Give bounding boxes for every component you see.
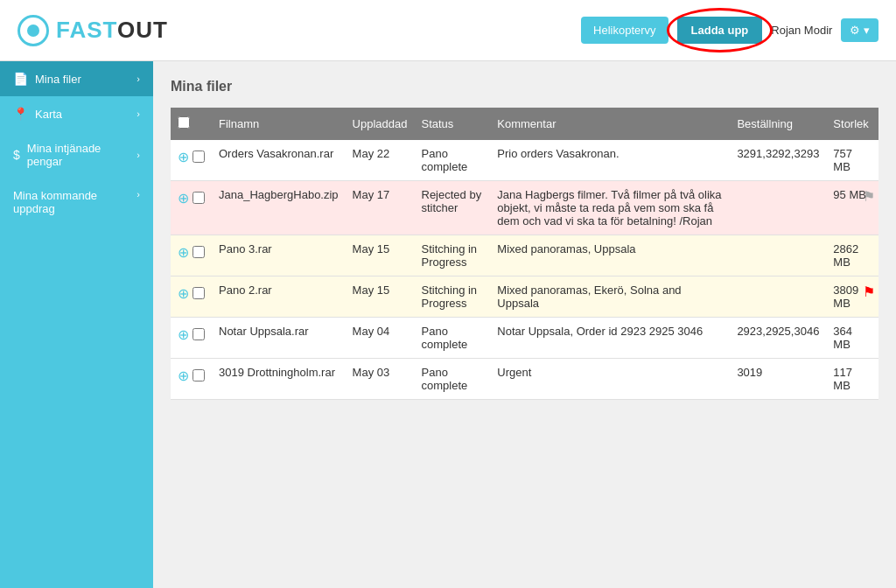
row-size: 95 MB⚑: [826, 181, 878, 235]
logo-fast: FAST: [56, 17, 117, 43]
add-row-button[interactable]: ⊕: [178, 328, 189, 342]
row-order: 3019: [730, 359, 826, 400]
add-row-button[interactable]: ⊕: [178, 192, 189, 206]
sidebar-label-mina-kommande: Mina kommande uppdrag: [13, 189, 136, 215]
table-row: ⊕ Pano 2.rarMay 15Stitching in ProgressM…: [171, 276, 878, 318]
page-title: Mina filer: [171, 79, 878, 94]
sidebar-item-karta[interactable]: 📍 Karta ›: [0, 96, 153, 131]
flag-red-icon: ⚑: [863, 284, 875, 300]
row-status: Stitching in Progress: [415, 235, 491, 276]
add-row-button[interactable]: ⊕: [178, 246, 189, 260]
size-value: 757 MB: [833, 147, 852, 173]
col-check: [171, 108, 212, 140]
logo-inner-circle: [27, 24, 39, 37]
row-check-cell: ⊕: [171, 235, 212, 276]
row-filename: Pano 2.rar: [212, 276, 346, 318]
row-order: [730, 276, 826, 318]
row-checkbox[interactable]: [192, 369, 205, 382]
ladda-button-wrap: Ladda upp: [677, 17, 763, 44]
arrow-icon-karta: ›: [136, 108, 140, 119]
size-value: 95 MB: [833, 188, 866, 201]
logo-icon: [18, 15, 49, 46]
row-checkbox[interactable]: [192, 192, 205, 204]
col-size: Storlek: [826, 108, 878, 140]
sidebar-label-mina-intjanade: Mina intjänade pengar: [27, 142, 137, 168]
ladda-upp-button[interactable]: Ladda upp: [677, 17, 763, 44]
user-name: Rojan Modir: [771, 24, 832, 37]
row-filename: Notar Uppsala.rar: [212, 318, 346, 359]
logo-text: FASTOUT: [56, 17, 168, 44]
row-order: 2923,2925,3046: [730, 318, 826, 359]
size-value: 117 MB: [833, 366, 852, 392]
row-uploaded: May 22: [346, 140, 415, 181]
col-order: Beställning: [730, 108, 826, 140]
table-row: ⊕ Orders Vasakronan.rarMay 22Pano comple…: [171, 140, 878, 181]
row-checkbox[interactable]: [192, 246, 205, 258]
row-checkbox[interactable]: [192, 328, 205, 340]
layout: 📄 Mina filer › 📍 Karta › $ Mina intjänad…: [0, 61, 896, 588]
table-row: ⊕ Jana_HagbergHabo.zipMay 17Rejected by …: [171, 181, 878, 235]
row-size: 757 MB: [826, 140, 878, 181]
row-check-cell: ⊕: [171, 276, 212, 318]
row-size: 117 MB: [826, 359, 878, 400]
main-content: Mina filer Filnamn Uppladdad Status Komm…: [153, 61, 896, 588]
row-comment: Notar Uppsala, Order id 2923 2925 3046: [490, 318, 730, 359]
table-row: ⊕ Notar Uppsala.rarMay 04Pano completeNo…: [171, 318, 878, 359]
row-status: Stitching in Progress: [415, 276, 491, 318]
row-uploaded: May 17: [346, 181, 415, 235]
flag-gray-icon: ⚑: [863, 188, 875, 205]
sidebar-label-mina-filer: Mina filer: [35, 73, 81, 86]
arrow-icon-intjanade: ›: [136, 150, 140, 160]
col-uploaded: Uppladdad: [346, 108, 415, 140]
row-checkbox[interactable]: [192, 287, 205, 299]
row-comment: Mixed panoramas, Uppsala: [490, 235, 730, 276]
sidebar-label-karta: Karta: [35, 108, 62, 121]
sidebar: 📄 Mina filer › 📍 Karta › $ Mina intjänad…: [0, 61, 153, 588]
row-check-cell: ⊕: [171, 318, 212, 359]
row-order: [730, 235, 826, 276]
row-uploaded: May 15: [346, 235, 415, 276]
row-uploaded: May 15: [346, 276, 415, 318]
size-value: 364 MB: [833, 325, 852, 351]
row-comment: Urgent: [490, 359, 730, 400]
add-row-button[interactable]: ⊕: [178, 150, 189, 164]
sidebar-item-mina-kommande[interactable]: Mina kommande uppdrag ›: [0, 178, 153, 226]
money-icon: $: [13, 148, 20, 162]
table-row: ⊕ Pano 3.rarMay 15Stitching in ProgressM…: [171, 235, 878, 276]
row-filename: Orders Vasakronan.rar: [212, 140, 346, 181]
row-status: Pano complete: [415, 140, 491, 181]
file-icon: 📄: [13, 72, 28, 86]
logo-out: OUT: [117, 17, 168, 43]
col-status: Status: [415, 108, 491, 140]
row-check-cell: ⊕: [171, 181, 212, 235]
sidebar-item-mina-filer[interactable]: 📄 Mina filer ›: [0, 61, 153, 96]
row-filename: 3019 Drottningholm.rar: [212, 359, 346, 400]
row-filename: Jana_HagbergHabo.zip: [212, 181, 346, 235]
row-size: 2862 MB: [826, 235, 878, 276]
logo: FASTOUT: [18, 15, 168, 46]
row-comment: Jana Hagbergs filmer. Två filmer på två …: [490, 181, 730, 235]
row-size: 3809 MB⚑: [826, 276, 878, 318]
size-value: 3809 MB: [833, 284, 858, 310]
size-value: 2862 MB: [833, 242, 858, 269]
map-icon: 📍: [13, 107, 28, 121]
row-filename: Pano 3.rar: [212, 235, 346, 276]
gear-button[interactable]: ⚙ ▾: [841, 18, 878, 42]
row-status: Pano complete: [415, 318, 491, 359]
row-checkbox[interactable]: [192, 150, 205, 163]
header: FASTOUT Helikoptervy Ladda upp Rojan Mod…: [0, 0, 896, 61]
helicopter-button[interactable]: Helikoptervy: [581, 17, 668, 44]
row-comment: Mixed panoramas, Ekerö, Solna and Uppsal…: [490, 276, 730, 318]
row-check-cell: ⊕: [171, 140, 212, 181]
arrow-icon-mina-filer: ›: [136, 74, 140, 84]
row-check-cell: ⊕: [171, 359, 212, 400]
select-all-checkbox[interactable]: [178, 116, 190, 129]
row-comment: Prio orders Vasakronan.: [490, 140, 730, 181]
add-row-button[interactable]: ⊕: [178, 369, 189, 383]
row-status: Pano complete: [415, 359, 491, 400]
file-table: Filnamn Uppladdad Status Kommentar Bestä…: [171, 108, 878, 400]
add-row-button[interactable]: ⊕: [178, 287, 189, 301]
row-order: [730, 181, 826, 235]
sidebar-item-mina-intjanade[interactable]: $ Mina intjänade pengar ›: [0, 131, 153, 178]
row-uploaded: May 03: [346, 359, 415, 400]
